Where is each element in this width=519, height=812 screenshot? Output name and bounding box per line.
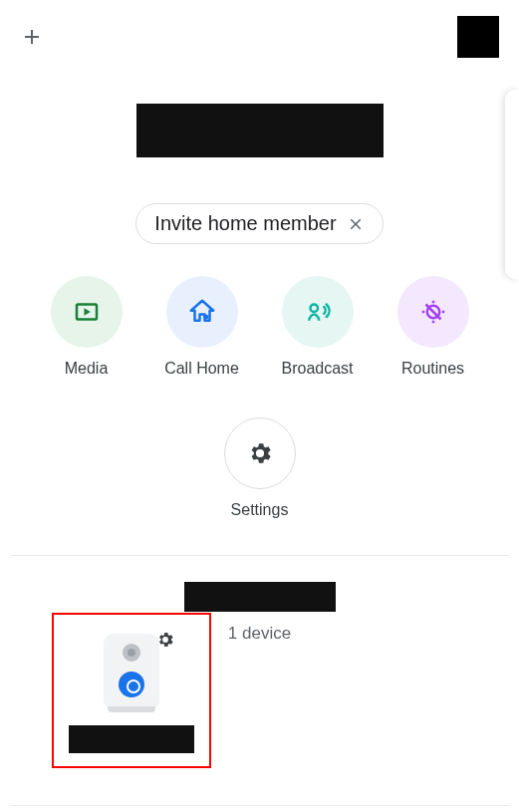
gear-icon — [155, 630, 175, 654]
action-label: Media — [65, 360, 109, 378]
routines-icon — [397, 276, 469, 348]
home-name[interactable] — [136, 104, 384, 157]
device-card[interactable] — [52, 613, 211, 768]
action-label: Routines — [401, 360, 464, 378]
action-broadcast[interactable]: Broadcast — [282, 276, 354, 378]
action-media[interactable]: Media — [51, 276, 123, 378]
invite-chip-label: Invite home member — [154, 212, 336, 235]
svg-point-2 — [310, 305, 318, 313]
action-settings[interactable]: Settings — [224, 417, 296, 519]
device-name — [69, 725, 194, 753]
plus-icon — [20, 25, 44, 49]
action-routines[interactable]: Routines — [397, 276, 469, 378]
svg-point-1 — [203, 315, 208, 320]
action-label: Settings — [231, 501, 289, 519]
invite-home-member-chip[interactable]: Invite home member — [135, 203, 383, 244]
section-divider — [10, 805, 509, 806]
play-circle-icon — [51, 276, 123, 348]
add-button[interactable] — [20, 25, 44, 49]
action-call-home[interactable]: Call Home — [166, 276, 238, 378]
broadcast-icon — [282, 276, 354, 348]
account-avatar[interactable] — [457, 16, 499, 58]
top-bar — [0, 0, 519, 68]
action-label: Call Home — [164, 360, 239, 378]
section-divider — [10, 555, 509, 556]
side-panel-handle[interactable] — [505, 90, 519, 279]
room-name[interactable] — [184, 582, 336, 612]
home-phone-icon — [166, 276, 238, 348]
speaker-icon — [104, 634, 159, 707]
gear-icon — [224, 417, 296, 489]
home-title-row — [0, 104, 519, 161]
action-label: Broadcast — [281, 360, 353, 378]
quick-actions-grid: Media Call Home Broadcast Routines Setti… — [0, 276, 519, 519]
close-icon[interactable] — [347, 215, 365, 233]
